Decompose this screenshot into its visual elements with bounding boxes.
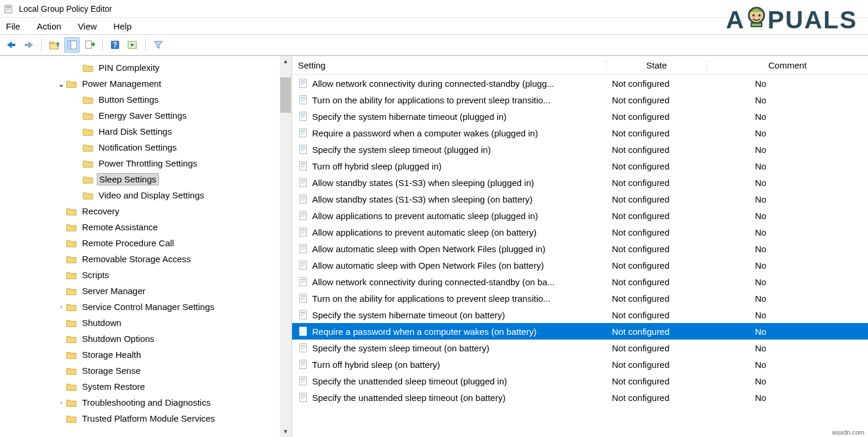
tree-item[interactable]: Shutdown — [0, 315, 291, 331]
setting-row[interactable]: Specify the unattended sleep timeout (on… — [292, 389, 868, 406]
menu-action[interactable]: Action — [37, 21, 61, 31]
tree-scrollbar[interactable]: ▲ ▼ — [280, 56, 291, 437]
tree-item-label: Sleep Settings — [97, 173, 159, 185]
source-note: wsxdn.com — [832, 429, 864, 436]
up-one-level-button[interactable] — [47, 37, 62, 53]
scroll-down-icon[interactable]: ▼ — [283, 426, 289, 437]
setting-row[interactable]: Specify the unattended sleep timeout (pl… — [292, 373, 868, 389]
setting-row[interactable]: Specify the system sleep timeout (on bat… — [292, 340, 868, 356]
setting-row[interactable]: Allow standby states (S1-S3) when sleepi… — [292, 174, 868, 191]
folder-icon — [83, 143, 93, 152]
help-button[interactable]: ? — [107, 37, 123, 53]
setting-row[interactable]: Turn on the ability for applications to … — [292, 290, 868, 306]
setting-state: Not configured — [606, 393, 706, 403]
setting-name: Specify the system hibernate timeout (pl… — [312, 112, 606, 122]
column-setting[interactable]: Setting — [292, 60, 606, 70]
tree-item[interactable]: Sleep Settings — [0, 171, 291, 187]
export-list-button[interactable] — [82, 37, 97, 53]
app-icon — [4, 4, 14, 14]
tree-item[interactable]: System Restore — [0, 379, 291, 394]
tree-item[interactable]: Video and Display Settings — [0, 187, 291, 203]
show-hide-tree-button[interactable] — [64, 37, 80, 53]
tree-item[interactable]: Energy Saver Settings — [0, 107, 291, 123]
setting-row[interactable]: Turn off hybrid sleep (plugged in)Not co… — [292, 158, 868, 174]
tree-item-label: Remote Assistance — [80, 221, 159, 233]
scroll-up-icon[interactable]: ▲ — [283, 56, 289, 67]
expand-icon[interactable]: › — [57, 399, 66, 406]
setting-state: Not configured — [606, 79, 706, 89]
folder-icon — [66, 334, 77, 344]
appuals-watermark: A PUALS — [726, 4, 857, 37]
tree-item[interactable]: Removable Storage Access — [0, 251, 291, 267]
setting-comment: No — [706, 244, 868, 254]
svg-rect-8 — [11, 44, 15, 46]
policy-icon — [297, 145, 310, 154]
tree-item[interactable]: Storage Health — [0, 347, 291, 363]
tree-item[interactable]: Hard Disk Settings — [0, 123, 291, 139]
tree-item-label: Server Manager — [80, 285, 148, 296]
setting-name: Require a password when a computer wakes… — [312, 327, 606, 337]
tree-item[interactable]: Shutdown Options — [0, 331, 291, 347]
setting-row[interactable]: Specify the system hibernate timeout (pl… — [292, 108, 868, 125]
tree-item[interactable]: Remote Assistance — [0, 219, 291, 235]
tree-item-label: Scripts — [80, 269, 111, 281]
tree-item[interactable]: Recovery — [0, 203, 291, 219]
setting-row[interactable]: Specify the system sleep timeout (plugge… — [292, 141, 868, 158]
tree-item[interactable]: Button Settings — [0, 92, 291, 107]
menu-view[interactable]: View — [78, 21, 97, 31]
filter-button[interactable] — [150, 37, 166, 53]
setting-row[interactable]: Allow automatic sleep with Open Network … — [292, 257, 868, 273]
tree-item[interactable]: ⌄Power Management — [0, 76, 291, 92]
setting-row[interactable]: Allow network connectivity during connec… — [292, 273, 868, 290]
forward-button[interactable] — [21, 37, 37, 53]
setting-row[interactable]: Specify the system hibernate timeout (on… — [292, 306, 868, 323]
setting-row[interactable]: Require a password when a computer wakes… — [292, 125, 868, 141]
setting-comment: No — [706, 79, 868, 89]
setting-row[interactable]: Allow standby states (S1-S3) when sleepi… — [292, 191, 868, 207]
setting-comment: No — [706, 178, 868, 188]
setting-state: Not configured — [606, 310, 706, 320]
tree-item[interactable]: Trusted Platform Module Services — [0, 410, 291, 426]
setting-row[interactable]: Turn off hybrid sleep (on battery)Not co… — [292, 356, 868, 373]
setting-row[interactable]: Turn on the ability for applications to … — [292, 92, 868, 108]
column-comment[interactable]: Comment — [706, 60, 868, 70]
svg-text:?: ? — [113, 41, 117, 49]
scroll-thumb[interactable] — [280, 77, 291, 113]
collapse-icon[interactable]: ⌄ — [57, 79, 66, 89]
tree-item[interactable]: Power Throttling Settings — [0, 155, 291, 171]
menu-help[interactable]: Help — [113, 21, 132, 31]
tree-item-label: Power Throttling Settings — [97, 158, 199, 169]
setting-row[interactable]: Allow applications to prevent automatic … — [292, 224, 868, 240]
tree-item[interactable]: Remote Procedure Call — [0, 235, 291, 251]
setting-row[interactable]: Allow automatic sleep with Open Network … — [292, 240, 868, 257]
folder-tree[interactable]: PIN Complexity⌄Power ManagementButton Se… — [0, 60, 291, 426]
setting-name: Allow automatic sleep with Open Network … — [312, 260, 606, 270]
settings-list[interactable]: Allow network connectivity during connec… — [292, 75, 868, 437]
svg-rect-9 — [25, 44, 29, 46]
tree-item-label: Power Management — [80, 78, 163, 89]
tree-item[interactable]: Scripts — [0, 267, 291, 283]
column-state[interactable]: State — [606, 60, 706, 70]
expand-icon[interactable]: › — [57, 304, 66, 310]
svg-point-1 — [752, 14, 755, 17]
tree-item[interactable]: Notification Settings — [0, 139, 291, 155]
setting-row[interactable]: Require a password when a computer wakes… — [292, 323, 868, 340]
policy-icon — [297, 95, 310, 105]
tree-item[interactable]: Server Manager — [0, 283, 291, 299]
tree-item[interactable]: ›Service Control Manager Settings — [0, 299, 291, 315]
tree-item-label: Energy Saver Settings — [97, 110, 188, 121]
tree-item-label: Button Settings — [97, 94, 161, 105]
back-button[interactable] — [4, 37, 19, 53]
policy-icon — [297, 310, 310, 319]
policy-icon — [297, 227, 310, 237]
tree-item[interactable]: Storage Sense — [0, 363, 291, 379]
menu-file[interactable]: File — [6, 21, 20, 31]
show-button[interactable] — [125, 37, 140, 53]
column-headers[interactable]: Setting State Comment — [292, 56, 868, 75]
tree-item[interactable]: PIN Complexity — [0, 60, 291, 76]
tree-item[interactable]: ›Troubleshooting and Diagnostics — [0, 394, 291, 410]
setting-row[interactable]: Allow applications to prevent automatic … — [292, 207, 868, 224]
folder-icon — [66, 239, 77, 248]
setting-row[interactable]: Allow network connectivity during connec… — [292, 75, 868, 92]
tree-item-label: System Restore — [80, 381, 147, 392]
